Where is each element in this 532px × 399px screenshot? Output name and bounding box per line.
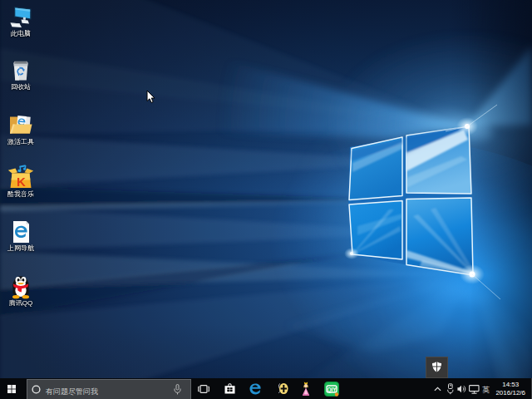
svg-text:K: K (17, 175, 26, 189)
svg-text:QIY: QIY (327, 387, 337, 393)
